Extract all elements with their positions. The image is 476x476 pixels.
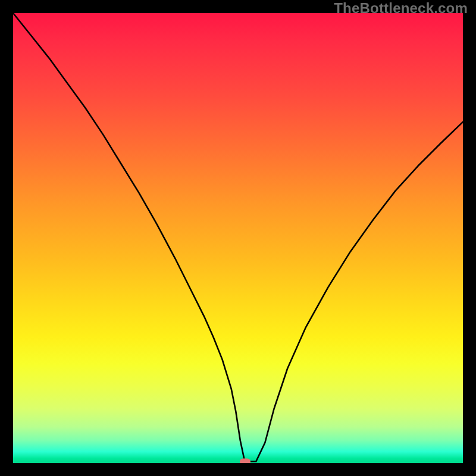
chart-stage: TheBottleneck.com [0,0,476,476]
optimal-point-marker [240,458,250,463]
plot-frame [13,13,463,463]
watermark-text: TheBottleneck.com [334,0,468,17]
bottleneck-curve [13,13,463,462]
curve-layer [13,13,463,463]
